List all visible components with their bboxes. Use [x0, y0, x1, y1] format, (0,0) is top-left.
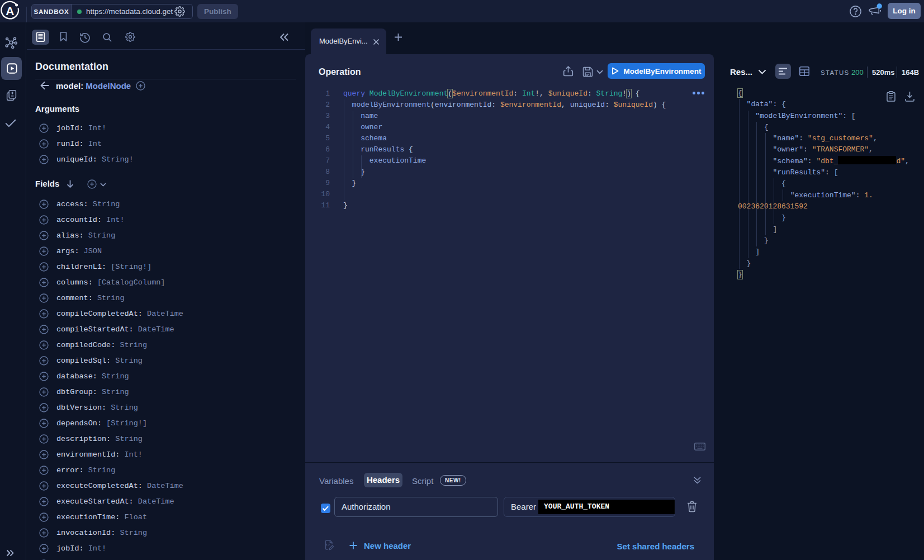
svg-text:A: A: [6, 4, 14, 17]
